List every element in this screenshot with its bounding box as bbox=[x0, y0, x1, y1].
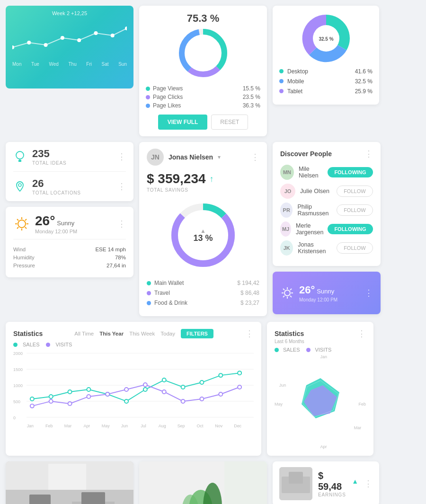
device-card: 32.5 % Desktop 41.6 % Mobile 32.5 % Tabl… bbox=[273, 6, 379, 136]
svg-text:Apr: Apr bbox=[83, 424, 90, 428]
svg-point-2 bbox=[44, 43, 48, 47]
svg-rect-95 bbox=[48, 464, 86, 490]
svg-point-3 bbox=[61, 36, 64, 40]
day-sun: Sun bbox=[118, 62, 127, 67]
svg-point-50 bbox=[49, 395, 53, 398]
svg-point-55 bbox=[143, 388, 147, 391]
person-row: JK Jonas Kristensen FOLLOW bbox=[280, 240, 373, 256]
weather-purple-card: 26° Sunny Monday 12:00 PM ⋮ bbox=[273, 272, 381, 314]
savings-more-icon[interactable]: ⋮ bbox=[251, 152, 259, 162]
person-avatar-2: JO bbox=[280, 184, 295, 199]
svg-point-71 bbox=[219, 392, 222, 396]
axis-may: May bbox=[275, 402, 283, 407]
stats-more-icon[interactable]: ⋮ bbox=[245, 328, 254, 339]
follow-button-5[interactable]: FOLLOW bbox=[337, 242, 373, 254]
svg-line-38 bbox=[283, 296, 284, 297]
earnings-image bbox=[279, 467, 312, 500]
weather-condition: Sunny bbox=[57, 220, 74, 227]
svg-point-64 bbox=[87, 395, 90, 398]
person-avatar-4: MJ bbox=[280, 221, 291, 237]
tab-this-week[interactable]: This Week bbox=[129, 331, 155, 336]
wind-label: Wind bbox=[13, 247, 26, 252]
wallet-main-amt: $ 194,42 bbox=[237, 280, 259, 286]
svg-point-30 bbox=[284, 290, 290, 296]
savings-amount: $ 359,234 bbox=[147, 171, 206, 186]
svg-line-23 bbox=[17, 219, 18, 221]
svg-point-60 bbox=[238, 371, 241, 375]
svg-point-6 bbox=[111, 34, 115, 37]
person-row: PR Philip Rasmussen FOLLOW bbox=[280, 203, 373, 218]
wp-condition: Sunny bbox=[317, 288, 334, 295]
svg-point-0 bbox=[12, 45, 14, 49]
sparkline-chart bbox=[12, 19, 127, 57]
svg-point-58 bbox=[200, 380, 204, 384]
legend-page-views: Page Views bbox=[153, 85, 183, 92]
filter-button[interactable]: FILTERS bbox=[181, 329, 213, 338]
follow-button-4[interactable]: FOLLOWING bbox=[328, 224, 373, 234]
earnings-amount: $ 59,48 bbox=[318, 470, 349, 492]
follow-button-1[interactable]: FOLLOWING bbox=[328, 167, 373, 177]
svg-point-4 bbox=[77, 38, 81, 42]
wp-more-icon[interactable]: ⋮ bbox=[364, 288, 373, 298]
svg-point-54 bbox=[124, 399, 128, 403]
legend-page-clicks-val: 23.5 % bbox=[243, 94, 260, 100]
tab-all-time[interactable]: All Time bbox=[74, 331, 94, 336]
view-full-button[interactable]: VIEW FULL bbox=[158, 115, 208, 130]
svg-point-66 bbox=[124, 388, 128, 391]
weather-date: Monday 12:00 PM bbox=[35, 229, 77, 234]
follow-button-2[interactable]: FOLLOW bbox=[337, 186, 373, 197]
wind-val: ESE 14 mph bbox=[95, 247, 126, 252]
device-desktop: Desktop bbox=[287, 68, 308, 75]
person-avatar-3: PR bbox=[280, 203, 293, 218]
pressure-val: 27,64 in bbox=[106, 263, 126, 268]
svg-point-72 bbox=[238, 385, 241, 389]
svg-text:May: May bbox=[102, 424, 110, 428]
weather-temp: 26° bbox=[35, 213, 55, 229]
wallet-travel-amt: $ 86,48 bbox=[240, 290, 259, 296]
svg-point-61 bbox=[30, 404, 34, 408]
img-card-2: Dashboard UI Kit By Creative Studio Form bbox=[139, 461, 267, 504]
weather-more-icon[interactable]: ⋮ bbox=[117, 219, 126, 229]
svg-point-51 bbox=[68, 390, 72, 394]
svg-text:1000: 1000 bbox=[13, 383, 23, 388]
earnings-card: $ 59,48 ▲ EARNINGS ⋮ bbox=[273, 461, 379, 504]
follow-button-3[interactable]: FOLLOW bbox=[337, 204, 373, 216]
discover-more-icon[interactable]: ⋮ bbox=[364, 149, 373, 159]
svg-rect-92 bbox=[29, 495, 51, 504]
wallet-main: Main Wallet bbox=[154, 280, 184, 286]
tab-today[interactable]: Today bbox=[160, 331, 175, 336]
svg-point-65 bbox=[106, 392, 109, 396]
svg-text:Dec: Dec bbox=[234, 424, 241, 428]
tab-this-year[interactable]: This Year bbox=[99, 331, 124, 336]
device-mobile: Mobile bbox=[287, 78, 304, 85]
earnings-more-icon[interactable]: ⋮ bbox=[364, 478, 373, 489]
legend-page-likes: Page Likes bbox=[153, 102, 181, 109]
chevron-down-icon[interactable]: ▾ bbox=[218, 154, 221, 160]
svg-rect-106 bbox=[289, 472, 303, 484]
stats-small-more-icon[interactable]: ⋮ bbox=[357, 328, 366, 339]
savings-donut-value: 13 % bbox=[193, 233, 213, 243]
legend-page-likes-val: 36.3 % bbox=[243, 102, 260, 109]
locations-label: TOTAL LOCATIONS bbox=[32, 190, 81, 195]
savings-card: JN Jonas Nielsen ▾ ⋮ $ 359,234 ↑ TOTAL S… bbox=[139, 142, 267, 316]
ideas-locations-card: 235 TOTAL IDEAS ⋮ 26 TOTAL LOCATIONS bbox=[6, 142, 133, 201]
right-bottom-col: $ 59,48 ▲ EARNINGS ⋮ Post with emoticons… bbox=[273, 461, 379, 504]
ideas-more-icon[interactable]: ⋮ bbox=[117, 151, 126, 162]
locations-more-icon[interactable]: ⋮ bbox=[117, 181, 126, 192]
user-avatar: JN bbox=[147, 149, 164, 166]
wallet-food: Food & Drink bbox=[154, 300, 187, 306]
sm-legend-visits: VISITS bbox=[315, 347, 331, 353]
svg-rect-98 bbox=[224, 461, 267, 504]
ideas-label: TOTAL IDEAS bbox=[32, 160, 67, 166]
location-icon bbox=[13, 180, 27, 193]
svg-point-52 bbox=[87, 388, 90, 391]
wp-date: Monday 12:00 PM bbox=[299, 297, 337, 302]
person-avatar-1: MN bbox=[280, 165, 294, 180]
device-mobile-val: 32.5 % bbox=[355, 78, 373, 85]
sm-legend-sales: SALES bbox=[283, 347, 300, 353]
discover-title: Discover People bbox=[280, 150, 332, 158]
legend-page-views-val: 15.5 % bbox=[243, 85, 260, 92]
reset-button[interactable]: RESET bbox=[211, 115, 248, 130]
svg-text:500: 500 bbox=[13, 399, 20, 404]
wp-temp: 26° bbox=[299, 284, 315, 296]
